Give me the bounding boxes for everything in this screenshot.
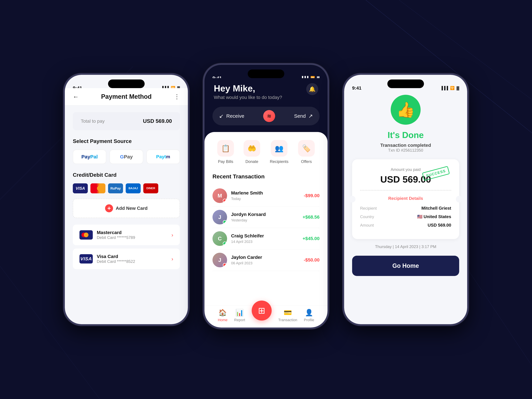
- txn-amount-jaylon: -$50.00: [304, 257, 320, 263]
- donate-action[interactable]: 🤲 Donate: [244, 140, 260, 164]
- offers-action[interactable]: 🏷️ Offers: [298, 140, 315, 164]
- visa-text: VISA: [80, 256, 92, 261]
- pay-bills-label: Pay Bills: [218, 159, 233, 164]
- txn-info-jordyn: Jordyn Korsard Yesterday: [231, 212, 298, 222]
- bottom-nav: 🏠 Home 📊 Report ⊞ 💳 Transaction 👤 Profil…: [204, 305, 328, 328]
- txn-craig[interactable]: C Craig Schleifer 14 April 2023 +$45.00: [212, 228, 320, 249]
- txn-completed-label: Transaction completed: [380, 143, 431, 148]
- bajaj-logo[interactable]: BAJAJ: [126, 183, 141, 193]
- recent-title: Recent Transaction: [212, 173, 320, 180]
- receive-icon: ↙: [219, 113, 224, 119]
- donate-icon: 🤲: [244, 140, 260, 157]
- right-dynamic-island: [387, 79, 424, 88]
- country-value: 🇺🇸 United States: [417, 214, 451, 219]
- recipients-action[interactable]: 👥 Recipients: [270, 140, 288, 164]
- send-label: Send: [294, 113, 306, 119]
- visa-info: Visa Card Debit Card ******8522: [97, 254, 167, 264]
- txn-avatar-jaylon: J: [212, 253, 227, 267]
- subgreeting-text: What would you like to do today?: [214, 95, 282, 100]
- greeting-text: Hey Mike,: [214, 83, 282, 93]
- total-label: Total to pay: [81, 119, 105, 124]
- diner-logo[interactable]: DINER: [143, 183, 158, 193]
- rupay-logo[interactable]: RuPay: [108, 183, 123, 193]
- txn-name-craig: Craig Schleifer: [231, 233, 298, 239]
- txn-date-craig: 14 April 2023: [231, 240, 298, 244]
- txn-name-jordyn: Jordyn Korsard: [231, 212, 298, 217]
- payment-body: Total to pay USD 569.00 Select Payment S…: [65, 105, 188, 324]
- offers-icon: 🏷️: [298, 140, 315, 157]
- scan-icon: ⊞: [258, 306, 265, 316]
- txn-date-jordyn: Yesterday: [231, 218, 298, 222]
- recipient-value: Mitchell Griest: [421, 206, 451, 211]
- txn-name-marlene: Marlene Smith: [231, 190, 300, 196]
- country-row: Country 🇺🇸 United States: [360, 214, 451, 219]
- payment-header: ← Payment Method ⋮: [65, 88, 188, 105]
- payment-method-title: Payment Method: [101, 93, 152, 100]
- recipient-label: Recipient: [360, 206, 377, 211]
- txn-date-marlene: Today: [231, 197, 300, 201]
- recipients-label: Recipients: [270, 159, 288, 164]
- receipt-footer: Thursday | 14 April 2023 | 3:17 PM: [375, 244, 437, 249]
- nav-profile-label: Profile: [304, 318, 314, 322]
- go-home-button[interactable]: Go Home: [352, 256, 459, 276]
- action-bar: ↙ Receive ≋ Send ↗: [212, 107, 320, 125]
- profile-icon: 👤: [305, 309, 313, 317]
- txn-date-jaylon: 06 April 2023: [231, 261, 300, 265]
- recipients-icon: 👥: [271, 140, 287, 157]
- add-card-button[interactable]: + Add New Card: [73, 199, 180, 218]
- txn-amount-jordyn: +$68.56: [303, 215, 320, 220]
- paypal-button[interactable]: PayPal: [73, 150, 106, 164]
- mastercard-number: Debit Card ******5789: [97, 235, 167, 240]
- its-done-label: It's Done: [387, 130, 424, 140]
- total-box: Total to pay USD 569.00: [73, 112, 180, 130]
- credit-debit-title: Credit/Debit Card: [73, 172, 180, 178]
- txn-jordyn[interactable]: J Jordyn Korsard Yesterday +$68.56: [212, 207, 320, 228]
- send-icon: ↗: [308, 113, 313, 119]
- mastercard-icon-box: [79, 230, 93, 240]
- txn-jaylon[interactable]: J Jaylon Carder 06 April 2023 -$50.00: [212, 249, 320, 271]
- nav-center-button[interactable]: ⊞: [252, 301, 272, 321]
- success-screen: 9:41 ▐▐▐ 🛜 ▓ 👍 It's Done Transaction com…: [344, 75, 467, 324]
- mastercard-item[interactable]: Mastercard Debit Card ******5789 ›: [73, 225, 180, 245]
- nav-home[interactable]: 🏠 Home: [218, 309, 228, 322]
- txn-marlene[interactable]: M Marlene Smith Today -$99.00: [212, 185, 320, 207]
- txn-info-marlene: Marlene Smith Today: [231, 190, 300, 201]
- receive-button[interactable]: ↙ Receive: [219, 113, 244, 119]
- recipient-title: Recipient Details: [360, 196, 451, 201]
- home-body: 📋 Pay Bills 🤲 Donate 👥 Recipients 🏷️ Off…: [204, 132, 328, 305]
- more-button[interactable]: ⋮: [174, 93, 180, 100]
- visa-logo[interactable]: VISA: [73, 183, 88, 193]
- amount-row-value: USD 569.00: [428, 223, 451, 228]
- greeting-row: Hey Mike, What would you like to do toda…: [214, 83, 318, 100]
- nav-profile[interactable]: 👤 Profile: [304, 309, 314, 322]
- quick-actions: 📋 Pay Bills 🤲 Donate 👥 Recipients 🏷️ Off…: [212, 140, 320, 164]
- mastercard-name: Mastercard: [97, 230, 167, 235]
- txn-info-jaylon: Jaylon Carder 06 April 2023: [231, 255, 300, 265]
- gpay-button[interactable]: G Pay: [110, 150, 143, 164]
- offers-label: Offers: [301, 159, 312, 164]
- nav-report[interactable]: 📊 Report: [234, 309, 245, 322]
- amount-row-label: Amount: [360, 223, 374, 228]
- center-action-icon: ≋: [263, 110, 275, 122]
- receipt-divider: [360, 190, 451, 190]
- select-source-title: Select Payment Source: [73, 138, 180, 144]
- receive-label: Receive: [226, 113, 244, 119]
- add-card-label: Add New Card: [116, 206, 147, 211]
- pay-bills-action[interactable]: 📋 Pay Bills: [217, 140, 234, 164]
- txn-name-jaylon: Jaylon Carder: [231, 255, 300, 260]
- nav-transaction[interactable]: 💳 Transaction: [278, 309, 297, 322]
- transaction-icon: 💳: [284, 309, 292, 317]
- back-button[interactable]: ←: [73, 93, 79, 100]
- paytm-button[interactable]: Paytm: [146, 150, 180, 164]
- visa-arrow: ›: [171, 256, 173, 262]
- report-icon: 📊: [235, 309, 244, 317]
- send-button[interactable]: Send ↗: [294, 113, 313, 119]
- mastercard-logo[interactable]: [90, 183, 105, 193]
- country-label: Country: [360, 215, 374, 219]
- bell-button[interactable]: 🔔: [306, 83, 318, 95]
- visa-name: Visa Card: [97, 254, 167, 259]
- left-phone: 9:41 ▐▐▐ 🛜 ▓ ← Payment Method ⋮ Total to…: [63, 73, 190, 326]
- right-phone: 9:41 ▐▐▐ 🛜 ▓ 👍 It's Done Transaction com…: [342, 73, 469, 326]
- visa-item[interactable]: VISA Visa Card Debit Card ******8522 ›: [73, 248, 180, 269]
- nav-home-label: Home: [218, 318, 228, 322]
